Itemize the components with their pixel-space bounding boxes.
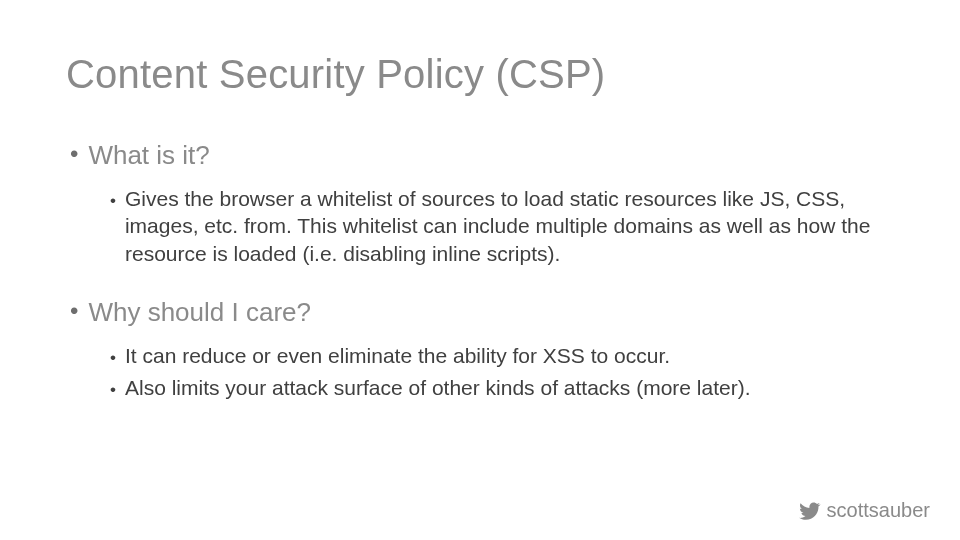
list-item: • It can reduce or even eliminate the ab…	[110, 342, 890, 370]
list-item: • Also limits your attack surface of oth…	[110, 374, 890, 402]
slide: Content Security Policy (CSP) • What is …	[0, 0, 960, 540]
section-heading: Why should I care?	[88, 297, 311, 328]
point-text: Also limits your attack surface of other…	[125, 374, 751, 401]
bullet-icon: •	[110, 347, 116, 370]
twitter-icon	[799, 500, 821, 522]
bullet-icon: •	[110, 190, 116, 213]
list-item: • Gives the browser a whitelist of sourc…	[110, 185, 890, 267]
section-heading: What is it?	[88, 140, 209, 171]
footer-handle: scottsauber	[827, 499, 930, 522]
point-text: It can reduce or even eliminate the abil…	[125, 342, 670, 369]
slide-title: Content Security Policy (CSP)	[66, 52, 605, 97]
footer: scottsauber	[799, 499, 930, 522]
bullet-icon: •	[110, 379, 116, 402]
section-why-care: • Why should I care? • It can reduce or …	[70, 297, 890, 402]
point-list: • Gives the browser a whitelist of sourc…	[110, 185, 890, 267]
section-what-is-it: • What is it? • Gives the browser a whit…	[70, 140, 890, 267]
bullet-icon: •	[70, 142, 78, 166]
point-list: • It can reduce or even eliminate the ab…	[110, 342, 890, 402]
point-text: Gives the browser a whitelist of sources…	[125, 185, 890, 267]
slide-body: • What is it? • Gives the browser a whit…	[70, 140, 890, 432]
bullet-icon: •	[70, 299, 78, 323]
section-list: • What is it? • Gives the browser a whit…	[70, 140, 890, 402]
